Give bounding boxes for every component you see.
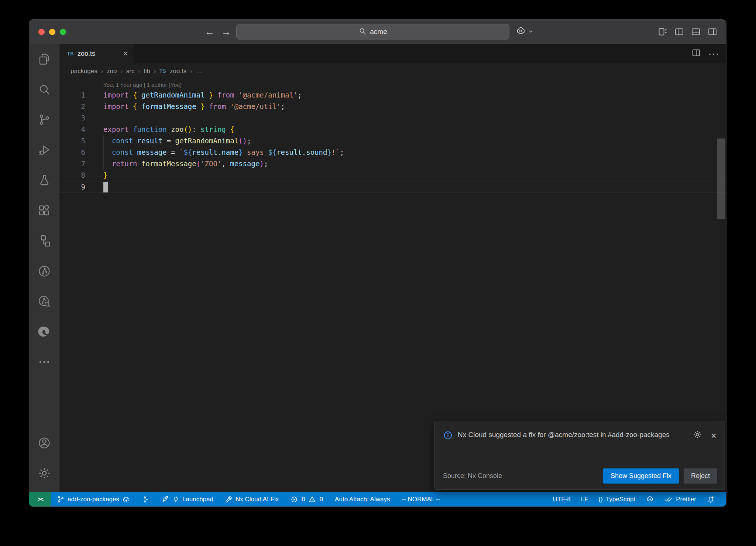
titlebar: ← → acme bbox=[29, 20, 726, 44]
error-icon bbox=[291, 496, 298, 503]
typescript-file-icon: TS bbox=[159, 68, 166, 74]
code-line-7[interactable]: 7 return formatMessage('ZOO', message); bbox=[59, 158, 726, 170]
code-line-2[interactable]: 2import { formatMessage } from '@acme/ut… bbox=[59, 101, 726, 112]
run-and-debug-icon[interactable] bbox=[29, 135, 59, 165]
code-lines: 1import { getRandomAnimal } from '@acme/… bbox=[59, 89, 726, 192]
code-text: } bbox=[85, 170, 107, 181]
code-line-1[interactable]: 1import { getRandomAnimal } from '@acme/… bbox=[59, 89, 726, 101]
braces-icon: {} bbox=[599, 496, 603, 503]
rocket-icon bbox=[161, 495, 169, 503]
problems-item[interactable]: 0 0 bbox=[291, 495, 323, 503]
nx-console-icon[interactable] bbox=[29, 256, 59, 286]
code-line-6[interactable]: 6 const message = `${result.name} says $… bbox=[59, 147, 726, 158]
breadcrumb-item[interactable]: … bbox=[196, 68, 202, 75]
tab-close-icon[interactable]: × bbox=[123, 49, 128, 58]
line-number: 1 bbox=[59, 89, 85, 101]
notification-settings-gear-icon[interactable] bbox=[693, 430, 702, 441]
notification-close-icon[interactable]: × bbox=[711, 431, 717, 440]
info-icon bbox=[443, 428, 453, 442]
auto-attach-item[interactable]: Auto Attach: Always bbox=[335, 496, 390, 503]
more-actions-icon[interactable]: ··· bbox=[708, 48, 719, 59]
code-text: return formatMessage('ZOO', message); bbox=[85, 158, 268, 170]
vim-mode-item[interactable]: -- NORMAL -- bbox=[402, 496, 440, 503]
tab-zoo-ts[interactable]: TS zoo.ts × bbox=[59, 44, 133, 63]
copilot-status-item[interactable] bbox=[646, 495, 654, 504]
navigate-back-button[interactable]: ← bbox=[205, 27, 214, 37]
line-number: 5 bbox=[59, 135, 85, 147]
search-view-icon[interactable] bbox=[29, 74, 59, 105]
nx-cloud-ai-fix-label: Nx Cloud AI Fix bbox=[236, 496, 279, 503]
breadcrumb-item[interactable]: packages bbox=[71, 68, 97, 75]
code-line-8[interactable]: 8} bbox=[59, 170, 726, 181]
command-center-search[interactable]: acme bbox=[236, 24, 509, 40]
breadcrumb-item[interactable]: zoo bbox=[107, 68, 117, 75]
eol-item[interactable]: LF bbox=[581, 496, 588, 503]
prettier-item[interactable]: Prettier bbox=[664, 495, 696, 504]
show-suggested-fix-button[interactable]: Show Suggested Fix bbox=[603, 468, 679, 484]
tab-label: zoo.ts bbox=[78, 50, 95, 58]
settings-gear-icon[interactable] bbox=[29, 458, 59, 488]
breadcrumb-separator: › bbox=[101, 68, 103, 75]
nx-project-graph-icon[interactable] bbox=[29, 286, 59, 317]
line-number: 8 bbox=[59, 170, 85, 181]
code-text bbox=[85, 181, 108, 192]
code-line-4[interactable]: 4export function zoo(): string { bbox=[59, 124, 726, 135]
toggle-primary-sidebar-icon[interactable] bbox=[674, 27, 684, 37]
source-control-graph-item[interactable] bbox=[142, 496, 150, 503]
toggle-panel-icon[interactable] bbox=[691, 27, 701, 37]
git-branch-item[interactable]: add-zoo-packages bbox=[57, 495, 130, 504]
notifications-bell-item[interactable] bbox=[707, 495, 715, 504]
breadcrumb-item[interactable]: lib bbox=[144, 68, 150, 75]
language-label: TypeScript bbox=[606, 496, 635, 503]
close-window-button[interactable] bbox=[38, 29, 45, 35]
toggle-secondary-sidebar-icon[interactable] bbox=[707, 27, 718, 37]
code-text: const result = getRandomAnimal(); bbox=[85, 135, 251, 147]
publish-cloud-icon bbox=[122, 495, 130, 504]
breadcrumb-item[interactable]: src bbox=[126, 68, 135, 75]
zoom-window-button[interactable] bbox=[60, 29, 66, 35]
language-mode-item[interactable]: {} TypeScript bbox=[599, 496, 636, 503]
double-check-icon bbox=[664, 495, 673, 504]
blame-annotation[interactable]: You, 1 hour ago | 1 author (You) bbox=[103, 81, 726, 89]
more-views-icon[interactable] bbox=[29, 347, 59, 377]
source-control-icon[interactable] bbox=[29, 105, 59, 135]
extensions-icon[interactable] bbox=[29, 195, 59, 226]
copilot-icon bbox=[515, 25, 526, 38]
tab-strip: TS zoo.ts × ··· bbox=[59, 44, 726, 63]
code-line-9[interactable]: 9 bbox=[59, 181, 726, 192]
breadcrumb-separator: › bbox=[154, 68, 156, 75]
editor-scrollbar[interactable] bbox=[717, 139, 725, 219]
command-center-value: acme bbox=[370, 28, 387, 36]
nx-cloud-ai-fix-item[interactable]: Nx Cloud AI Fix bbox=[225, 496, 279, 503]
launchpad-item[interactable]: Launchpad bbox=[161, 495, 213, 503]
code-line-3[interactable]: 3 bbox=[59, 112, 726, 124]
status-bar: >< add-zoo-packages bbox=[29, 492, 726, 506]
reject-button[interactable]: Reject bbox=[684, 468, 717, 484]
remote-indicator[interactable]: >< bbox=[29, 492, 51, 506]
account-icon[interactable] bbox=[29, 428, 59, 458]
activity-bar bbox=[29, 44, 59, 492]
customize-layout-icon[interactable] bbox=[657, 27, 668, 37]
microsoft-edge-tools-icon[interactable] bbox=[29, 317, 59, 347]
copilot-menu-button[interactable] bbox=[515, 25, 533, 38]
navigate-forward-button[interactable]: → bbox=[221, 27, 231, 37]
encoding-item[interactable]: UTF-8 bbox=[553, 496, 571, 503]
notification-message: Nx Cloud suggested a fix for @acme/zoo:t… bbox=[458, 428, 674, 442]
line-number: 7 bbox=[59, 158, 85, 170]
explorer-icon[interactable] bbox=[29, 44, 59, 74]
code-text: import { formatMessage } from '@acme/uti… bbox=[85, 101, 285, 112]
split-editor-icon[interactable] bbox=[691, 48, 701, 59]
line-number: 9 bbox=[59, 181, 85, 192]
code-line-5[interactable]: 5 const result = getRandomAnimal(); bbox=[59, 135, 726, 147]
nx-workspace-icon[interactable] bbox=[29, 226, 59, 256]
minimize-window-button[interactable] bbox=[49, 29, 55, 35]
error-count: 0 bbox=[302, 496, 305, 503]
prettier-label: Prettier bbox=[676, 496, 696, 503]
breadcrumb-item[interactable]: zoo.ts bbox=[170, 68, 186, 75]
line-number: 4 bbox=[59, 124, 85, 135]
typescript-file-icon: TS bbox=[67, 51, 74, 57]
code-text: export function zoo(): string { bbox=[85, 124, 234, 135]
window-controls bbox=[38, 29, 66, 35]
testing-icon[interactable] bbox=[29, 165, 59, 195]
warning-icon bbox=[308, 495, 316, 503]
